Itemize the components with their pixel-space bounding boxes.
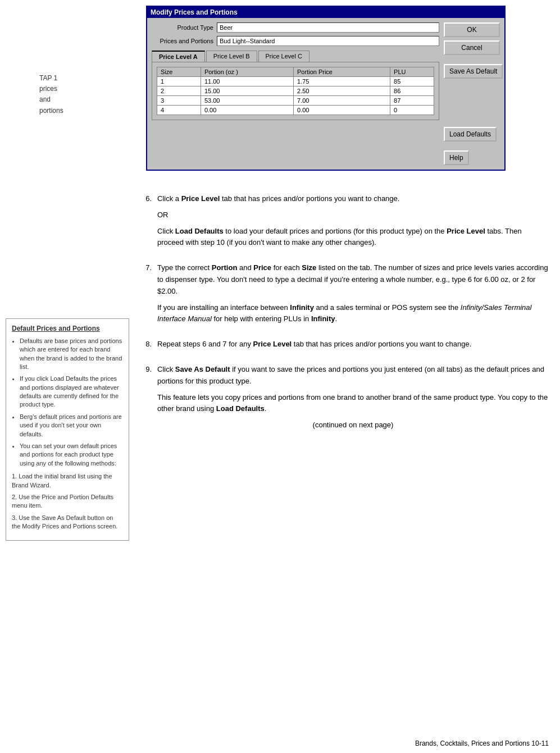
step-8-num: 8. bbox=[140, 339, 152, 355]
page-footer: Brands, Cocktails, Prices and Portions 1… bbox=[415, 740, 549, 747]
step-9: 9. Click Save As Default if you want to … bbox=[140, 364, 549, 436]
table-row: 2 15.00 2.50 86 bbox=[157, 86, 434, 96]
cell-size-3[interactable]: 3 bbox=[157, 96, 201, 106]
sidebar-numbered: 1. Load the initial brand list using the… bbox=[12, 472, 123, 531]
step-6-sub: Click Load Defaults to load your default… bbox=[157, 226, 549, 249]
continued-text: (continued on next page) bbox=[157, 419, 549, 431]
cell-price-2[interactable]: 2.50 bbox=[294, 86, 390, 96]
cell-portion-1[interactable]: 11.00 bbox=[201, 77, 293, 86]
ok-button[interactable]: OK bbox=[444, 22, 500, 37]
sidebar-bullet-1: Defaults are base prices and portions wh… bbox=[20, 337, 123, 372]
sidebar-box: Default Prices and Portions Defaults are… bbox=[6, 318, 129, 541]
step-7: 7. Type the correct Portion and Price fo… bbox=[140, 262, 549, 330]
prices-portions-value[interactable]: Bud Light--Standard bbox=[217, 36, 439, 46]
step-7-extra: If you are installing an interface betwe… bbox=[157, 302, 549, 326]
step-8: 8. Repeat steps 6 and 7 for any Price Le… bbox=[140, 339, 549, 355]
table-header: Size Portion (oz ) Portion Price PLU bbox=[157, 67, 434, 77]
cell-plu-4[interactable]: 0 bbox=[390, 106, 434, 115]
step-9-extra: This feature lets you copy prices and po… bbox=[157, 392, 549, 416]
tab-content: Size Portion (oz ) Portion Price PLU bbox=[152, 62, 439, 120]
prices-portions-label: Prices and Portions bbox=[152, 38, 213, 44]
col-portion-oz: Portion (oz ) bbox=[201, 67, 293, 77]
tap-line1: TAP 1 bbox=[39, 74, 57, 82]
step-9-body: Click Save As Default if you want to sav… bbox=[157, 364, 549, 436]
cell-size-2[interactable]: 2 bbox=[157, 86, 201, 96]
sidebar-num-3: 3. Use the Save As Default button on the… bbox=[12, 514, 123, 531]
cell-portion-4[interactable]: 0.00 bbox=[201, 106, 293, 115]
sidebar-bullet-2: If you click Load Defaults the prices an… bbox=[20, 375, 123, 409]
sidebar-num-1: 1. Load the initial brand list using the… bbox=[12, 472, 123, 490]
cell-price-4[interactable]: 0.00 bbox=[294, 106, 390, 115]
product-type-row: Product Type Beer bbox=[152, 22, 439, 33]
step-8-main: Repeat steps 6 and 7 for any Price Level… bbox=[157, 339, 549, 350]
table-body: 1 11.00 1.75 85 2 15.00 bbox=[157, 77, 434, 115]
cell-plu-3[interactable]: 87 bbox=[390, 96, 434, 106]
tap-label: TAP 1 prices and portions bbox=[39, 73, 129, 116]
sidebar-bullet-3: Berg's default prices and portions are u… bbox=[20, 413, 123, 439]
product-type-label: Product Type bbox=[152, 24, 213, 31]
dialog-main: Product Type Beer Prices and Portions Bu… bbox=[152, 22, 439, 165]
page-container: TAP 1 prices and portions Default Prices… bbox=[0, 0, 560, 753]
tabs-row: Price Level A Price Level B Price Level … bbox=[152, 51, 439, 62]
cell-size-1[interactable]: 1 bbox=[157, 77, 201, 86]
step-6: 6. Click a Price Level tab that has pric… bbox=[140, 193, 549, 253]
left-sidebar: TAP 1 prices and portions Default Prices… bbox=[0, 0, 135, 753]
col-size: Size bbox=[157, 67, 201, 77]
prices-portions-row: Prices and Portions Bud Light--Standard bbox=[152, 36, 439, 46]
step-8-body: Repeat steps 6 and 7 for any Price Level… bbox=[157, 339, 549, 355]
tap-line3: and bbox=[39, 95, 51, 103]
dialog-buttons: OK Cancel Save As Default Load Defaults … bbox=[444, 22, 500, 165]
tab-price-level-c[interactable]: Price Level C bbox=[258, 51, 309, 62]
cell-plu-1[interactable]: 85 bbox=[390, 77, 434, 86]
step-7-num: 7. bbox=[140, 262, 152, 330]
col-portion-price: Portion Price bbox=[294, 67, 390, 77]
table-row: 1 11.00 1.75 85 bbox=[157, 77, 434, 86]
right-content: Modify Prices and Portions Product Type … bbox=[135, 0, 560, 753]
steps-content: 6. Click a Price Level tab that has pric… bbox=[140, 188, 549, 450]
help-button[interactable]: Help bbox=[444, 150, 469, 165]
step-9-main: Click Save As Default if you want to sav… bbox=[157, 364, 549, 387]
table-header-row: Size Portion (oz ) Portion Price PLU bbox=[157, 67, 434, 77]
cell-price-3[interactable]: 7.00 bbox=[294, 96, 390, 106]
col-plu: PLU bbox=[390, 67, 434, 77]
step-9-num: 9. bbox=[140, 364, 152, 436]
save-as-default-button[interactable]: Save As Default bbox=[444, 64, 503, 79]
tap-line2: prices bbox=[39, 85, 57, 93]
load-defaults-button[interactable]: Load Defaults bbox=[444, 127, 497, 142]
tab-price-level-b[interactable]: Price Level B bbox=[206, 51, 257, 62]
dialog: Modify Prices and Portions Product Type … bbox=[146, 6, 506, 171]
sidebar-title: Default Prices and Portions bbox=[12, 325, 123, 332]
cell-price-1[interactable]: 1.75 bbox=[294, 77, 390, 86]
step-6-or: OR bbox=[157, 209, 549, 221]
table-row: 3 53.00 7.00 87 bbox=[157, 96, 434, 106]
step-6-main: Click a Price Level tab that has prices … bbox=[157, 193, 549, 205]
portions-table: Size Portion (oz ) Portion Price PLU bbox=[157, 67, 434, 115]
cell-plu-2[interactable]: 86 bbox=[390, 86, 434, 96]
sidebar-num-2: 2. Use the Price and Portion Defaults me… bbox=[12, 493, 123, 510]
sidebar-bullet-4: You can set your own default prices and … bbox=[20, 442, 123, 468]
dialog-wrapper: Modify Prices and Portions Product Type … bbox=[140, 6, 549, 171]
cell-portion-3[interactable]: 53.00 bbox=[201, 96, 293, 106]
product-type-value[interactable]: Beer bbox=[217, 22, 439, 33]
cancel-button[interactable]: Cancel bbox=[444, 40, 500, 55]
tab-price-level-a[interactable]: Price Level A bbox=[152, 51, 205, 62]
sidebar-bullets: Defaults are base prices and portions wh… bbox=[12, 337, 123, 468]
cell-size-4[interactable]: 4 bbox=[157, 106, 201, 115]
step-6-body: Click a Price Level tab that has prices … bbox=[157, 193, 549, 253]
cell-portion-2[interactable]: 15.00 bbox=[201, 86, 293, 96]
step-7-main: Type the correct Portion and Price for e… bbox=[157, 262, 549, 297]
table-row: 4 0.00 0.00 0 bbox=[157, 106, 434, 115]
dialog-body: Product Type Beer Prices and Portions Bu… bbox=[147, 18, 504, 170]
tap-line4: portions bbox=[39, 107, 63, 115]
step-6-num: 6. bbox=[140, 193, 152, 253]
dialog-titlebar: Modify Prices and Portions bbox=[147, 7, 504, 18]
step-7-body: Type the correct Portion and Price for e… bbox=[157, 262, 549, 330]
